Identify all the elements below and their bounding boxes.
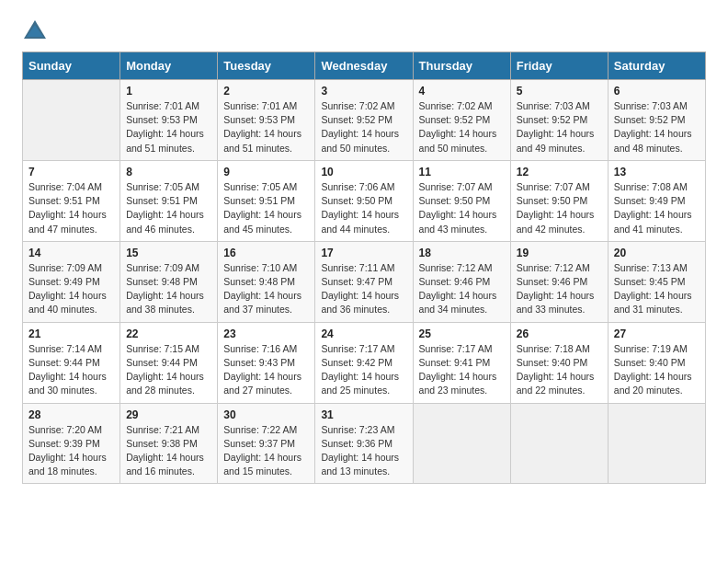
cell-content: Sunrise: 7:13 AM Sunset: 9:45 PM Dayligh… xyxy=(614,261,700,317)
day-number: 26 xyxy=(517,327,602,340)
calendar-header-row: SundayMondayTuesdayWednesdayThursdayFrid… xyxy=(23,52,706,80)
day-number: 30 xyxy=(223,408,309,421)
cell-content: Sunrise: 7:06 AM Sunset: 9:50 PM Dayligh… xyxy=(321,180,406,236)
calendar-cell: 14Sunrise: 7:09 AM Sunset: 9:49 PM Dayli… xyxy=(23,241,120,322)
calendar-cell: 31Sunrise: 7:23 AM Sunset: 9:36 PM Dayli… xyxy=(315,403,413,484)
cell-content: Sunrise: 7:17 AM Sunset: 9:41 PM Dayligh… xyxy=(419,342,505,398)
day-number: 8 xyxy=(126,166,211,178)
calendar-cell: 30Sunrise: 7:22 AM Sunset: 9:37 PM Dayli… xyxy=(218,403,315,484)
calendar-cell: 13Sunrise: 7:08 AM Sunset: 9:49 PM Dayli… xyxy=(608,160,705,241)
cell-content: Sunrise: 7:05 AM Sunset: 9:51 PM Dayligh… xyxy=(223,180,309,236)
calendar-cell: 25Sunrise: 7:17 AM Sunset: 9:41 PM Dayli… xyxy=(413,322,510,403)
calendar-cell: 18Sunrise: 7:12 AM Sunset: 9:46 PM Dayli… xyxy=(413,241,510,322)
calendar-week-row: 28Sunrise: 7:20 AM Sunset: 9:39 PM Dayli… xyxy=(23,403,706,484)
calendar-cell: 23Sunrise: 7:16 AM Sunset: 9:43 PM Dayli… xyxy=(218,322,315,403)
day-header-saturday: Saturday xyxy=(608,52,705,80)
day-number: 29 xyxy=(126,408,211,421)
cell-content: Sunrise: 7:02 AM Sunset: 9:52 PM Dayligh… xyxy=(321,99,406,155)
calendar-cell: 10Sunrise: 7:06 AM Sunset: 9:50 PM Dayli… xyxy=(315,160,413,241)
calendar-cell: 1Sunrise: 7:01 AM Sunset: 9:53 PM Daylig… xyxy=(120,80,218,161)
day-number: 22 xyxy=(126,327,211,340)
logo-icon xyxy=(22,18,48,44)
calendar-cell xyxy=(413,403,510,484)
cell-content: Sunrise: 7:12 AM Sunset: 9:46 PM Dayligh… xyxy=(419,261,505,317)
calendar-cell: 5Sunrise: 7:03 AM Sunset: 9:52 PM Daylig… xyxy=(510,80,608,161)
day-number: 1 xyxy=(126,85,211,98)
day-number: 25 xyxy=(419,327,505,340)
calendar-cell: 24Sunrise: 7:17 AM Sunset: 9:42 PM Dayli… xyxy=(315,322,413,403)
header xyxy=(22,18,706,44)
day-number: 17 xyxy=(321,247,406,259)
day-number: 21 xyxy=(28,327,114,340)
cell-content: Sunrise: 7:21 AM Sunset: 9:38 PM Dayligh… xyxy=(126,423,211,479)
calendar-cell: 26Sunrise: 7:18 AM Sunset: 9:40 PM Dayli… xyxy=(510,322,608,403)
calendar-cell: 2Sunrise: 7:01 AM Sunset: 9:53 PM Daylig… xyxy=(218,80,315,161)
calendar-cell: 12Sunrise: 7:07 AM Sunset: 9:50 PM Dayli… xyxy=(510,160,608,241)
calendar-cell: 21Sunrise: 7:14 AM Sunset: 9:44 PM Dayli… xyxy=(23,322,120,403)
cell-content: Sunrise: 7:01 AM Sunset: 9:53 PM Dayligh… xyxy=(126,99,211,155)
calendar-cell: 15Sunrise: 7:09 AM Sunset: 9:48 PM Dayli… xyxy=(120,241,218,322)
day-number: 11 xyxy=(419,166,505,178)
day-header-thursday: Thursday xyxy=(413,52,510,80)
day-number: 18 xyxy=(419,247,505,259)
day-header-tuesday: Tuesday xyxy=(218,52,315,80)
calendar-week-row: 7Sunrise: 7:04 AM Sunset: 9:51 PM Daylig… xyxy=(23,160,706,241)
day-number: 10 xyxy=(321,166,406,178)
day-number: 14 xyxy=(28,247,114,259)
calendar-cell: 16Sunrise: 7:10 AM Sunset: 9:48 PM Dayli… xyxy=(218,241,315,322)
cell-content: Sunrise: 7:07 AM Sunset: 9:50 PM Dayligh… xyxy=(419,180,505,236)
cell-content: Sunrise: 7:03 AM Sunset: 9:52 PM Dayligh… xyxy=(517,99,602,155)
logo xyxy=(22,18,51,44)
cell-content: Sunrise: 7:22 AM Sunset: 9:37 PM Dayligh… xyxy=(223,423,309,479)
cell-content: Sunrise: 7:15 AM Sunset: 9:44 PM Dayligh… xyxy=(126,342,211,398)
cell-content: Sunrise: 7:07 AM Sunset: 9:50 PM Dayligh… xyxy=(517,180,602,236)
calendar-cell: 6Sunrise: 7:03 AM Sunset: 9:52 PM Daylig… xyxy=(608,80,705,161)
day-header-monday: Monday xyxy=(120,52,218,80)
day-number: 4 xyxy=(419,85,505,98)
day-number: 23 xyxy=(223,327,309,340)
calendar-cell: 4Sunrise: 7:02 AM Sunset: 9:52 PM Daylig… xyxy=(413,80,510,161)
calendar-week-row: 14Sunrise: 7:09 AM Sunset: 9:49 PM Dayli… xyxy=(23,241,706,322)
calendar-cell: 27Sunrise: 7:19 AM Sunset: 9:40 PM Dayli… xyxy=(608,322,705,403)
day-number: 7 xyxy=(28,166,114,178)
cell-content: Sunrise: 7:20 AM Sunset: 9:39 PM Dayligh… xyxy=(28,423,114,479)
day-number: 28 xyxy=(28,408,114,421)
calendar-cell xyxy=(608,403,705,484)
day-number: 5 xyxy=(517,85,602,98)
day-number: 2 xyxy=(223,85,309,98)
day-number: 27 xyxy=(614,327,700,340)
day-number: 6 xyxy=(614,85,700,98)
day-number: 3 xyxy=(321,85,406,98)
calendar-week-row: 1Sunrise: 7:01 AM Sunset: 9:53 PM Daylig… xyxy=(23,80,706,161)
cell-content: Sunrise: 7:19 AM Sunset: 9:40 PM Dayligh… xyxy=(614,342,700,398)
cell-content: Sunrise: 7:01 AM Sunset: 9:53 PM Dayligh… xyxy=(223,99,309,155)
day-number: 12 xyxy=(517,166,602,178)
cell-content: Sunrise: 7:10 AM Sunset: 9:48 PM Dayligh… xyxy=(223,261,309,317)
day-number: 9 xyxy=(223,166,309,178)
day-number: 19 xyxy=(517,247,602,259)
calendar-cell: 17Sunrise: 7:11 AM Sunset: 9:47 PM Dayli… xyxy=(315,241,413,322)
calendar-table: SundayMondayTuesdayWednesdayThursdayFrid… xyxy=(22,52,706,484)
cell-content: Sunrise: 7:23 AM Sunset: 9:36 PM Dayligh… xyxy=(321,423,406,479)
cell-content: Sunrise: 7:09 AM Sunset: 9:49 PM Dayligh… xyxy=(28,261,114,317)
calendar-cell: 9Sunrise: 7:05 AM Sunset: 9:51 PM Daylig… xyxy=(218,160,315,241)
calendar-cell: 8Sunrise: 7:05 AM Sunset: 9:51 PM Daylig… xyxy=(120,160,218,241)
cell-content: Sunrise: 7:05 AM Sunset: 9:51 PM Dayligh… xyxy=(126,180,211,236)
calendar-week-row: 21Sunrise: 7:14 AM Sunset: 9:44 PM Dayli… xyxy=(23,322,706,403)
day-number: 16 xyxy=(223,247,309,259)
day-header-friday: Friday xyxy=(510,52,608,80)
calendar-cell xyxy=(23,80,120,161)
calendar-cell: 3Sunrise: 7:02 AM Sunset: 9:52 PM Daylig… xyxy=(315,80,413,161)
calendar-cell: 7Sunrise: 7:04 AM Sunset: 9:51 PM Daylig… xyxy=(23,160,120,241)
cell-content: Sunrise: 7:14 AM Sunset: 9:44 PM Dayligh… xyxy=(28,342,114,398)
day-number: 20 xyxy=(614,247,700,259)
calendar-cell: 20Sunrise: 7:13 AM Sunset: 9:45 PM Dayli… xyxy=(608,241,705,322)
day-header-sunday: Sunday xyxy=(23,52,120,80)
calendar-body: 1Sunrise: 7:01 AM Sunset: 9:53 PM Daylig… xyxy=(23,80,706,484)
day-number: 31 xyxy=(321,408,406,421)
day-header-wednesday: Wednesday xyxy=(315,52,413,80)
day-number: 15 xyxy=(126,247,211,259)
cell-content: Sunrise: 7:04 AM Sunset: 9:51 PM Dayligh… xyxy=(28,180,114,236)
calendar-cell: 19Sunrise: 7:12 AM Sunset: 9:46 PM Dayli… xyxy=(510,241,608,322)
calendar-cell: 22Sunrise: 7:15 AM Sunset: 9:44 PM Dayli… xyxy=(120,322,218,403)
